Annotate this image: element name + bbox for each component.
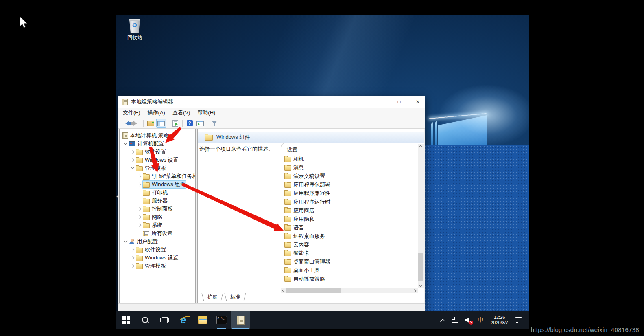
scroll-up-icon[interactable] [418,144,424,149]
tree-item-body: Windows 设置 [135,254,179,262]
folder-icon [284,234,291,239]
tree-item[interactable]: 服务器 [120,197,195,205]
expander-closed-icon[interactable] [137,206,142,212]
menu-item[interactable]: 文件(F) [119,108,144,118]
expander-closed-icon[interactable] [137,214,142,220]
tree-item[interactable]: 软件设置 [120,246,195,254]
recycle-bin-icon [129,19,141,33]
tree-item[interactable]: 管理模板 [120,164,195,172]
console-tree-toggle-button[interactable] [156,119,166,128]
menu-item[interactable]: 操作(A) [144,108,169,118]
settings-list-item[interactable]: 远程桌面服务 [284,232,417,240]
tree-item[interactable]: Windows 设置 [120,254,195,262]
tree-item[interactable]: 系统 [120,221,195,229]
settings-list-item[interactable]: 应用隐私 [284,215,417,223]
network-icon[interactable] [450,315,460,325]
forward-button[interactable] [131,119,141,128]
minimize-button[interactable]: ─ [373,96,387,108]
tree-item[interactable]: 计算机配置 [120,140,195,148]
horizontal-scroll-thumb[interactable] [286,288,341,293]
close-button[interactable]: ✕ [411,96,425,108]
settings-list-item[interactable]: 智能卡 [284,249,417,257]
tree-item-body: Windows 设置 [135,156,179,164]
settings-list-item[interactable]: 应用程序兼容性 [284,189,417,198]
gpedit-taskbar-button[interactable] [231,311,250,329]
expander-open-icon[interactable] [130,165,135,171]
expander-open-icon[interactable] [123,141,129,147]
tree-item-label: 服务器 [152,197,168,204]
settings-list-item[interactable]: 自动播放策略 [284,275,417,283]
tree-item-label: 控制面板 [152,205,173,213]
settings-list-item[interactable]: 相机 [284,155,417,163]
expander-closed-icon[interactable] [130,255,135,261]
settings-list-item[interactable]: 桌面小工具 [284,266,417,275]
settings-item-label: 应用隐私 [293,215,314,223]
tree-item[interactable]: 控制面板 [120,205,195,213]
task-view-taskbar-button[interactable] [155,311,174,329]
settings-list-item[interactable]: 消息 [284,163,417,172]
explorer-taskbar-button[interactable] [193,311,212,329]
start-taskbar-button[interactable] [116,311,135,329]
settings-list-item[interactable]: 云内容 [284,240,417,249]
settings-list-item[interactable]: 演示文稿设置 [284,172,417,180]
tray-expand-icon[interactable] [438,315,448,325]
settings-list-item[interactable]: 桌面窗口管理器 [284,257,417,266]
folder-icon [284,200,291,205]
expander-closed-icon[interactable] [137,173,142,179]
toolbar: ? [118,118,425,129]
up-one-level-button[interactable] [146,119,155,128]
menu-item[interactable]: 帮助(H) [194,108,219,118]
action-pane-toggle-button[interactable] [195,119,205,128]
volume-muted-icon[interactable] [463,315,473,325]
expander-closed-icon[interactable] [137,182,142,187]
expander-closed-icon[interactable] [130,157,135,163]
tab-active[interactable]: 扩展 [204,293,221,301]
expander-open-icon[interactable] [123,239,129,244]
export-list-button[interactable] [170,119,180,128]
ime-indicator[interactable]: 中 [476,315,485,325]
settings-list-item[interactable]: 应用程序包部署 [284,180,417,189]
ie-taskbar-button[interactable]: e [174,311,193,329]
tree-item[interactable]: Windows 组件 [120,180,195,189]
tree-item[interactable]: 网络 [120,213,195,221]
folder-icon [136,158,143,163]
tree-item[interactable]: 用户配置 [120,237,195,246]
expander-closed-icon[interactable] [137,222,142,228]
expander-closed-icon[interactable] [130,149,135,155]
back-button[interactable] [121,119,131,128]
vertical-scrollbar[interactable] [418,144,424,288]
expander-closed-icon[interactable] [130,247,135,253]
tree-item[interactable]: 打印机 [120,189,195,197]
maximize-button[interactable]: □ [392,96,406,108]
action-center-icon[interactable] [513,315,523,325]
tree-item[interactable]: 所有设置 [120,229,195,237]
vertical-scroll-thumb[interactable] [418,253,423,281]
folder-icon [143,191,150,196]
search-taskbar-button[interactable] [135,311,155,329]
menu-item[interactable]: 查看(V) [169,108,194,118]
tree-item[interactable]: 本地计算机 策略 [120,132,195,140]
expander-closed-icon[interactable] [130,263,135,269]
taskbar-clock[interactable]: 12:26 2020/3/7 [488,315,511,325]
user-icon [129,239,135,244]
tree-item[interactable]: Windows 设置 [120,156,195,164]
tab-inactive[interactable]: 标准 [227,293,244,301]
tree-item[interactable]: 管理模板 [120,262,195,270]
tree-item[interactable]: “开始”菜单和任务栏 [120,172,195,180]
tree-item-body: Windows 组件 [142,180,186,189]
scroll-down-icon[interactable] [418,283,424,288]
filter-button[interactable] [210,119,219,128]
folder-icon [143,223,150,228]
cmd-taskbar-button[interactable]: C:\_ [212,311,231,329]
recycle-bin-shortcut[interactable]: 回收站 [122,19,147,41]
folder-icon [205,135,213,141]
tree-item-label: 网络 [152,213,162,221]
title-bar[interactable]: 本地组策略编辑器 ─ □ ✕ [118,96,425,108]
status-bar-divider [389,305,389,312]
settings-list-item[interactable]: 语音 [284,223,417,232]
settings-list-item[interactable]: 应用商店 [284,206,417,215]
help-button[interactable]: ? [185,119,194,128]
settings-list-item[interactable]: 应用程序运行时 [284,198,417,206]
tree-item[interactable]: 软件设置 [120,148,195,156]
gpedit-window: 本地组策略编辑器 ─ □ ✕ 文件(F)操作(A)查看(V)帮助(H) ? 本地… [118,96,425,311]
